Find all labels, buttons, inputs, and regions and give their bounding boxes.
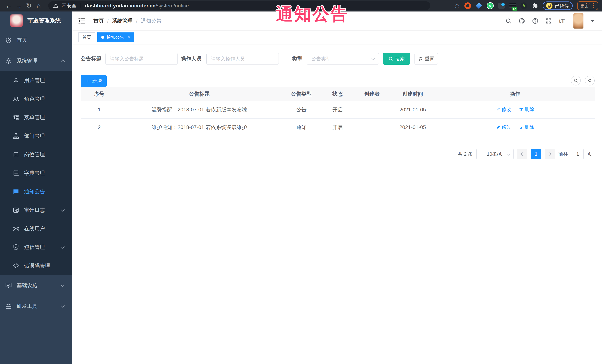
avatar-caret-icon[interactable] [591,20,595,22]
delete-link[interactable]: 删除 [519,124,534,130]
breadcrumb-home[interactable]: 首页 [94,17,104,24]
badge-icon [12,150,20,159]
edit-pencil-icon [496,125,501,129]
reload-icon[interactable]: ↻ [24,0,34,11]
edit-link[interactable]: 修改 [496,106,511,113]
cell-seq: 1 [81,101,118,118]
address-bar[interactable]: 不安全 dashboard.yudao.iocoder.cn/system/no… [48,1,430,10]
chevron-down-icon [507,152,511,156]
sidebar-item-online-users[interactable]: 在线用户 [0,219,72,238]
annotation-title: 通知公告 [276,3,349,26]
cell-title: 温馨提醒：2018-07-01 若依新版本发布啦 [118,101,281,118]
close-icon[interactable]: × [128,35,130,40]
sidebar-item-audit-log[interactable]: 审计日志 [0,201,72,219]
extension-sprout-icon[interactable] [520,2,527,9]
pagination-total: 共 2 条 [458,151,473,157]
table-row: 2 维护通知：2018-07-01 若依系统凌晨维护 通知 开启 2021-01… [81,118,595,136]
sidebar-item-users[interactable]: 用户管理 [0,71,72,90]
search-icon [573,78,578,83]
sidebar-item-home[interactable]: 首页 [0,30,72,50]
extension-list-icon[interactable]: on [509,2,516,9]
browser-menu-icon[interactable] [593,5,594,6]
security-label[interactable]: 不安全 [62,2,77,9]
browser-update-button[interactable]: 更新 [577,1,598,10]
users-icon [12,95,20,103]
column-creator: 创建者 [353,87,390,101]
edit-pencil-icon [496,107,501,112]
sidebar-item-sms[interactable]: 短信管理 [0,238,72,257]
refresh-table-button[interactable] [585,76,595,85]
prev-page-button[interactable] [517,149,527,159]
sidebar-logo-row[interactable]: 芋道管理系统 [0,11,72,30]
sidebar-item-infrastructure[interactable]: 基础设施 [0,275,72,296]
goto-label: 前往 [559,151,568,157]
forward-icon[interactable]: → [14,0,24,11]
back-icon[interactable]: ← [4,0,14,11]
extension-green-icon[interactable]: v [487,2,494,9]
breadcrumb: 首页 / 系统管理 / 通知公告 [94,17,162,24]
operator-filter-input[interactable] [206,53,279,65]
sidebar-item-notice[interactable]: 通知公告 [0,182,72,201]
cell-status: 开启 [322,101,353,118]
chevron-icon [61,304,65,308]
cell-seq: 2 [81,118,118,136]
sidebar-item-error-codes[interactable]: 错误码管理 [0,257,72,275]
breadcrumb-system[interactable]: 系统管理 [112,17,133,24]
type-filter-select[interactable] [307,53,379,65]
sidebar-collapse-icon[interactable] [77,17,86,25]
sidebar-item-system[interactable]: 系统管理 [0,50,72,71]
type-filter-select-input[interactable] [307,53,379,65]
chevron-icon [61,59,65,63]
delete-link[interactable]: 删除 [519,106,534,113]
sidebar-item-roles[interactable]: 角色管理 [0,90,72,108]
home-icon[interactable]: ⌂ [34,0,44,11]
pagination: 共 2 条 10条/页 1 前往 页 [458,149,592,159]
reset-button[interactable]: 重置 [415,53,438,65]
extension-orange-icon[interactable] [464,2,471,9]
column-type: 公告类型 [281,87,322,101]
sidebar-item-departments[interactable]: 部门管理 [0,127,72,145]
extension-grid-icon[interactable] [498,2,505,9]
tag-home[interactable]: 首页 [78,32,95,42]
error-code-icon [12,262,20,270]
breadcrumb-separator: / [107,18,109,24]
chevron-icon [61,245,65,249]
cell-status: 开启 [322,118,353,136]
dashboard-icon [4,36,13,44]
cell-creator [353,118,390,136]
fullscreen-icon[interactable] [545,17,552,25]
cell-creator [353,101,390,118]
page-unit-label: 页 [587,151,592,157]
add-button[interactable]: 新增 [81,75,107,87]
profile-paused-chip[interactable]: 已暂停 [543,1,573,10]
tag-notice[interactable]: 通知公告 × [97,32,134,42]
extensions-puzzle-icon[interactable] [532,2,538,9]
goto-page-input[interactable] [572,149,584,159]
font-size-icon[interactable]: tT [558,17,566,25]
url-text[interactable]: dashboard.yudao.iocoder.cn/system/notice [85,3,189,9]
search-button[interactable]: 搜索 [383,53,410,65]
sidebar-item-posts[interactable]: 岗位管理 [0,145,72,164]
bookmark-star-icon[interactable]: ☆ [454,2,460,10]
toggle-search-button[interactable] [571,76,581,85]
filter-form: 公告标题 操作人员 类型 搜索 重置 [81,53,595,65]
sidebar-item-dev-tools[interactable]: 研发工具 [0,296,72,317]
search-icon[interactable] [505,17,512,25]
next-page-button[interactable] [545,149,555,159]
address-divider [81,3,81,8]
user-avatar[interactable] [573,13,583,29]
current-page-button[interactable]: 1 [531,149,541,159]
help-icon[interactable] [532,17,539,25]
sidebar-item-menus[interactable]: 菜单管理 [0,108,72,127]
column-created: 创建时间 [390,87,435,101]
breadcrumb-current: 通知公告 [141,17,162,24]
sidebar-item-dictionary[interactable]: 字典管理 [0,164,72,182]
edit-link[interactable]: 修改 [496,124,511,130]
cell-type: 通知 [281,118,322,136]
page-size-select[interactable]: 10条/页 [476,149,514,159]
github-icon[interactable] [518,17,526,25]
extension-gem-icon[interactable] [475,2,482,9]
title-filter-input[interactable] [105,53,178,65]
audit-log-icon [12,206,20,214]
online-users-icon [12,225,20,233]
